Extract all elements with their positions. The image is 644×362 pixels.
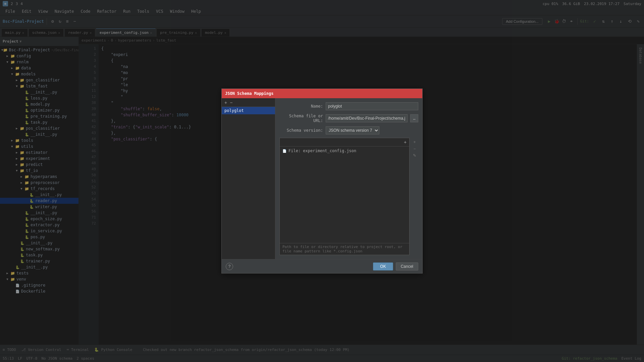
- dialog-body: + − polyglot Name: Schema file or URL: …: [222, 98, 422, 259]
- dialog-mapping-polyglot[interactable]: polyglot: [222, 107, 275, 114]
- dialog-help-button[interactable]: ?: [226, 263, 233, 270]
- dialog-version-label: Schema version:: [279, 128, 323, 133]
- dialog-main: Name: Schema file or URL: … Schema versi…: [275, 98, 422, 259]
- dialog-files-hint: Path to file or directory relative to pr…: [280, 243, 409, 255]
- dialog-add-file-button[interactable]: +: [402, 139, 409, 145]
- dialog-files-section-wrapper: + 📄 File: experiment_config.json Path to…: [279, 138, 418, 255]
- dialog-file-add-side-button[interactable]: +: [412, 139, 418, 145]
- dialog-schema-file-row: Schema file or URL: …: [279, 114, 418, 123]
- dialog-sidebar-toolbar: + −: [222, 98, 275, 107]
- dialog-sidebar: + − polyglot: [222, 98, 275, 259]
- file-entry-label: File: experiment_config.json: [288, 148, 356, 153]
- dialog-schema-version-row: Schema version: JSON schema version 7 JS…: [279, 126, 418, 134]
- dialog-overlay: JSON Schema Mappings + − polyglot Name:: [0, 0, 644, 362]
- dialog-file-remove-side-button[interactable]: −: [412, 146, 418, 152]
- dialog-cancel-button[interactable]: Cancel: [396, 262, 418, 270]
- dialog-files-toolbar: +: [280, 138, 409, 146]
- dialog-ok-button[interactable]: OK: [373, 262, 393, 270]
- dialog-title: JSON Schema Mappings: [222, 89, 422, 98]
- dialog-file-edit-side-button[interactable]: ✎: [412, 153, 418, 159]
- dialog-schema-version-select[interactable]: JSON schema version 7 JSON schema versio…: [326, 126, 379, 134]
- file-entry-0: 📄 File: experiment_config.json: [281, 148, 408, 154]
- dialog-files-list: 📄 File: experiment_config.json: [280, 146, 409, 243]
- dialog-files-section: + 📄 File: experiment_config.json Path to…: [279, 138, 410, 255]
- dialog-schema-file-input[interactable]: [326, 114, 408, 122]
- dialog-add-mapping-button[interactable]: +: [224, 100, 228, 105]
- dialog-footer: ? OK Cancel: [222, 259, 422, 273]
- dialog-schema-label: Schema file or URL:: [279, 114, 323, 123]
- dialog-footer-buttons: OK Cancel: [373, 262, 418, 270]
- dialog-name-input[interactable]: [326, 102, 418, 110]
- dialog-remove-mapping-button[interactable]: −: [229, 100, 233, 105]
- file-icon: 📄: [282, 149, 286, 153]
- dialog-browse-button[interactable]: …: [410, 114, 418, 122]
- dialog-name-label: Name:: [279, 104, 323, 109]
- json-schema-mappings-dialog: JSON Schema Mappings + − polyglot Name:: [221, 88, 423, 274]
- dialog-side-buttons: + − ✎: [411, 138, 418, 255]
- dialog-name-row: Name:: [279, 102, 418, 110]
